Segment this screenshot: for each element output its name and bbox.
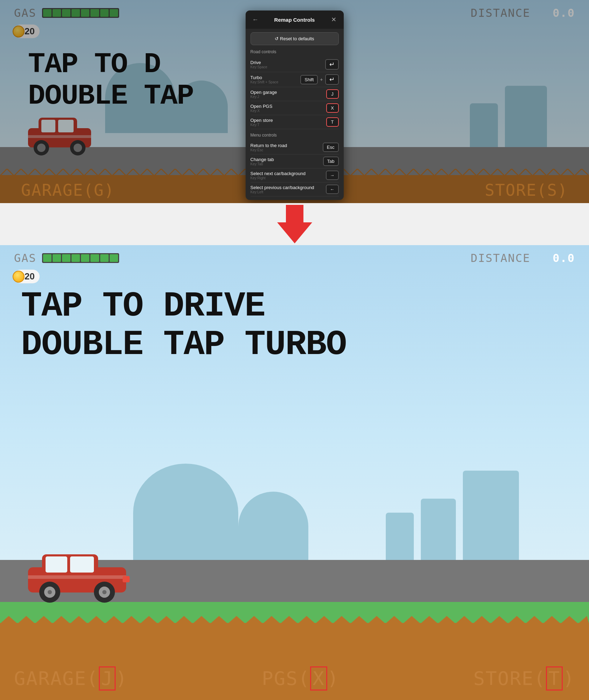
tap-line2-bottom: DOUBLE TAP TURBO [21, 326, 346, 364]
road-controls-section: Road controls [251, 49, 339, 54]
select-next-label: Select next car/background Key:Right [251, 171, 326, 180]
plus-sign: + [320, 77, 323, 82]
select-next-key-button[interactable]: → [326, 171, 339, 180]
select-next-hint: Key:Right [251, 176, 326, 180]
modal-overlay: ← Remap Controls ✕ ↺ Reset to defaults R… [0, 0, 589, 203]
distance-value-bottom: 0.0 [553, 251, 575, 265]
return-road-control-row: Return to the road Key:Esc Esc [251, 140, 339, 154]
open-store-label: Open store Key:T [251, 118, 326, 127]
gas-seg-b8 [110, 254, 118, 262]
gas-seg-b4 [71, 254, 80, 262]
gas-seg-b6 [90, 254, 99, 262]
svg-rect-12 [70, 556, 94, 573]
open-pgs-name: Open PGS [251, 104, 326, 109]
down-arrow-container [277, 205, 312, 243]
return-road-name: Return to the road [251, 143, 323, 148]
drive-key-button[interactable]: ↵ [325, 59, 339, 70]
gas-bar-bottom [42, 253, 119, 263]
pgs-key: X [310, 666, 327, 691]
select-prev-control-row: Select previous car/background Key:Left … [251, 182, 339, 196]
open-store-name: Open store [251, 118, 326, 123]
bottom-labels-bottom: GARAGE(J) PGS(X) STORE(T) [0, 667, 589, 689]
return-road-key-button[interactable]: Esc [323, 143, 339, 152]
turbo-enter-button[interactable]: ↵ [325, 74, 339, 85]
open-garage-name: Open garage [251, 90, 326, 95]
hill-left-bottom [133, 464, 238, 562]
tap-line1-bottom: TAP TO DRIVE [21, 287, 346, 326]
change-tab-key-button[interactable]: Tab [323, 157, 339, 166]
open-pgs-label: Open PGS Key:X [251, 104, 326, 113]
open-garage-key-button[interactable]: J [326, 89, 339, 99]
coin-value-bottom: 20 [25, 271, 35, 282]
svg-rect-13 [28, 575, 126, 579]
open-pgs-hint: Key:X [251, 109, 326, 113]
select-next-control-row: Select next car/background Key:Right → [251, 168, 339, 182]
svg-point-17 [48, 590, 52, 594]
drive-label: Drive Key:Space [251, 60, 325, 69]
bottom-label-pgs: PGS(X) [262, 667, 339, 689]
gas-seg-b7 [100, 254, 109, 262]
top-game-panel: GAS DISTANCE 0.0 20 TAP TO D DO [0, 0, 589, 203]
open-garage-control-row: Open garage Key:J J [251, 87, 339, 101]
coin-section-bottom: 20 [14, 270, 40, 283]
distance-section-bottom: DISTANCE 0.0 [471, 251, 575, 265]
tap-text-bottom: TAP TO DRIVE DOUBLE TAP TURBO [21, 287, 346, 364]
menu-controls-section: Menu controls [251, 133, 339, 138]
hud-bottom: GAS DISTANCE 0.0 [14, 251, 575, 265]
select-prev-key-button[interactable]: ← [326, 185, 339, 194]
gas-seg-b2 [53, 254, 61, 262]
open-garage-hint: Key:J [251, 95, 326, 99]
modal-back-button[interactable]: ← [251, 15, 260, 24]
open-pgs-control-row: Open PGS Key:X X [251, 101, 339, 115]
hill-mid-bottom [238, 492, 308, 562]
turbo-control-row: Turbo Key:Shift + Space Shift + ↵ [251, 72, 339, 87]
building-mid-bottom [421, 499, 456, 562]
distance-label-bottom: DISTANCE [471, 251, 530, 265]
open-pgs-key-button[interactable]: X [326, 103, 339, 113]
reset-defaults-button[interactable]: ↺ Reset to defaults [251, 32, 339, 45]
coin-badge-bottom: 20 [14, 270, 40, 283]
car-bottom [21, 541, 133, 605]
drive-hint: Key:Space [251, 65, 325, 69]
change-tab-control-row: Change tab Key:Tab Tab [251, 154, 339, 168]
change-tab-hint: Key:Tab [251, 162, 323, 166]
pgs-close: ) [327, 667, 340, 689]
select-prev-hint: Key:Left [251, 190, 326, 194]
drive-name: Drive [251, 60, 325, 65]
pgs-text: PGS( [262, 667, 310, 689]
open-store-key-button[interactable]: T [326, 117, 339, 127]
return-road-label: Return to the road Key:Esc [251, 143, 323, 152]
svg-point-20 [102, 590, 107, 594]
gas-seg-b3 [62, 254, 70, 262]
car-svg-bottom [21, 541, 133, 604]
turbo-shift-button[interactable]: Shift [300, 75, 318, 84]
open-garage-label: Open garage Key:J [251, 90, 326, 99]
change-tab-name: Change tab [251, 157, 323, 162]
select-next-name: Select next car/background [251, 171, 326, 176]
open-store-hint: Key:T [251, 123, 326, 127]
modal-close-button[interactable]: ✕ [330, 15, 338, 24]
gas-seg-b1 [43, 254, 52, 262]
modal-header: ← Remap Controls ✕ [246, 11, 344, 29]
select-prev-label: Select previous car/background Key:Left [251, 185, 326, 194]
arrow-head [277, 222, 312, 243]
arrow-section [0, 203, 589, 245]
bottom-label-garage: GARAGE(J) [14, 667, 128, 689]
bottom-label-store: STORE(T) [473, 667, 575, 689]
return-road-hint: Key:Esc [251, 148, 323, 152]
zigzag-bottom [0, 616, 589, 624]
change-tab-label: Change tab Key:Tab [251, 157, 323, 166]
store-close: ) [563, 667, 575, 689]
open-store-control-row: Open store Key:T T [251, 115, 339, 129]
building-right-bottom [463, 471, 519, 562]
turbo-keys: Shift + ↵ [300, 74, 338, 85]
building-far-bottom [386, 513, 414, 562]
modal-title: Remap Controls [260, 17, 330, 23]
drive-control-row: Drive Key:Space ↵ [251, 57, 339, 72]
remap-controls-modal: ← Remap Controls ✕ ↺ Reset to defaults R… [246, 11, 344, 200]
modal-body: ↺ Reset to defaults Road controls Drive … [246, 29, 344, 200]
turbo-name: Turbo [251, 75, 301, 80]
arrow-shaft [286, 205, 303, 222]
coin-icon-bottom [13, 271, 25, 283]
store-text: STORE( [473, 667, 546, 689]
